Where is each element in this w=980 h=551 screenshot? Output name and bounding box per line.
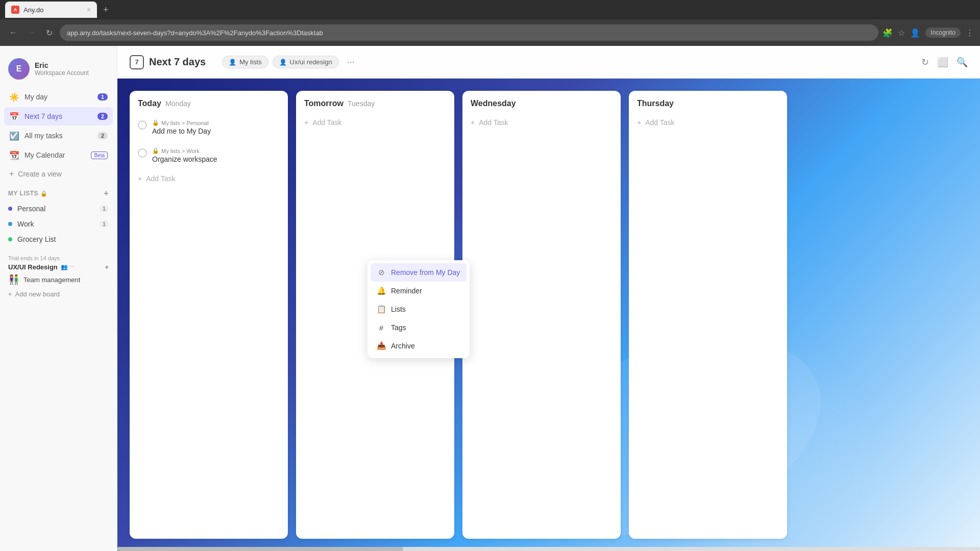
context-menu-reminder[interactable]: 🔔 Reminder (371, 282, 467, 300)
task-item-personal: 🔒 My lists > Personal Add me to My Day (138, 116, 280, 138)
workspace-title[interactable]: UX/UI Redesign 👥 ⋯ + (8, 263, 109, 271)
sidebar: E Eric Workspace Account ☀️ My day 1 📅 N… (0, 46, 117, 551)
workspace-icons: 👥 ⋯ (61, 264, 75, 270)
browser-icons: 🧩 ☆ 👤 Incognito ⋮ (883, 28, 974, 38)
browser-tabs: A Any.do × + (0, 0, 980, 19)
personal-dot (8, 207, 12, 211)
thursday-add-label: Add Task (645, 118, 674, 127)
context-menu-remove-from-my-day[interactable]: ⊘ Remove from My Day (371, 263, 467, 282)
wednesday-name: Wednesday (471, 99, 516, 108)
refresh-icon[interactable]: ↻ (921, 57, 929, 68)
today-add-task-button[interactable]: + Add Task (138, 172, 280, 185)
wednesday-add-icon: + (471, 118, 475, 127)
wednesday-header: Wednesday (471, 99, 612, 108)
workspace-title-text: UX/UI Redesign (8, 263, 58, 271)
context-menu-lists[interactable]: 📋 Lists (371, 300, 467, 318)
thursday-name: Thursday (637, 99, 674, 108)
my-day-icon: ☀️ (9, 92, 19, 102)
new-tab-button[interactable]: + (99, 3, 113, 17)
wednesday-add-task-button[interactable]: + Add Task (471, 116, 612, 129)
filter-ux-label: Ux/ui redesign (290, 58, 332, 66)
list-item-work[interactable]: Work 1 (0, 216, 117, 232)
search-icon[interactable]: 🔍 (957, 57, 968, 68)
content-background: Today Monday 🔒 My lists > Personal Add m… (117, 79, 980, 551)
archive-icon: 📥 (377, 341, 386, 350)
tab-close-button[interactable]: × (87, 6, 91, 14)
horizontal-scrollbar[interactable] (117, 547, 980, 551)
create-view-button[interactable]: + Create a view (4, 165, 113, 183)
tomorrow-add-task-button[interactable]: + Add Task (304, 116, 446, 129)
archive-label: Archive (391, 342, 415, 350)
all-tasks-icon: ☑️ (9, 131, 19, 141)
sidebar-item-my-day[interactable]: ☀️ My day 1 (4, 88, 113, 106)
create-view-icon: + (9, 169, 14, 179)
my-day-badge: 1 (97, 93, 108, 101)
scrollbar-thumb[interactable] (117, 547, 403, 551)
lists-icon: 📋 (377, 305, 386, 314)
next-7-days-badge: 2 (97, 113, 108, 120)
add-board-label: Add new board (15, 290, 60, 298)
user-subtitle: Workspace Account (35, 69, 89, 77)
thursday-add-icon: + (637, 118, 641, 127)
forward-button[interactable]: → (24, 26, 39, 39)
filter-my-lists-label: My lists (239, 58, 261, 66)
columns-container: Today Monday 🔒 My lists > Personal Add m… (117, 79, 980, 551)
extensions-icon[interactable]: 🧩 (883, 28, 893, 38)
task-list-label-1: 🔒 My lists > Personal (152, 119, 280, 126)
task-checkbox-1[interactable] (138, 120, 147, 130)
more-filters-button[interactable]: ··· (343, 55, 359, 69)
task-checkbox-2[interactable] (138, 148, 147, 158)
team-icon: 👫 (8, 274, 19, 285)
add-board-icon: + (8, 290, 12, 298)
title-icon: 7 (130, 55, 144, 69)
reload-button[interactable]: ↻ (43, 26, 56, 40)
tomorrow-header: Tomorrow Tuesday (304, 99, 446, 108)
list-path-2: My lists > Work (161, 148, 200, 154)
team-management-item[interactable]: 👫 Team management (8, 271, 109, 288)
address-bar[interactable]: app.any.do/tasks/next-seven-days?d=anydo… (60, 24, 878, 41)
header-filters: 👤 My lists 👤 Ux/ui redesign ··· (222, 55, 358, 69)
profile-icon[interactable]: 👤 (910, 28, 920, 38)
trial-label: Trial ends in 14 days (8, 255, 109, 261)
workspace-section: Trial ends in 14 days UX/UI Redesign 👥 ⋯… (0, 255, 117, 300)
back-button[interactable]: ← (6, 26, 20, 39)
filter-list-icon: 👤 (229, 59, 236, 66)
task-title-1: Add me to My Day (152, 127, 280, 135)
bookmark-icon[interactable]: ☆ (898, 28, 905, 38)
grocery-dot (8, 237, 12, 241)
today-name: Today (138, 99, 161, 108)
thursday-add-task-button[interactable]: + Add Task (637, 116, 779, 129)
my-lists-label: My lists (8, 190, 38, 197)
filter-ux-ui[interactable]: 👤 Ux/ui redesign (273, 56, 339, 68)
context-menu-tags[interactable]: # Tags (371, 318, 467, 337)
active-tab[interactable]: A Any.do × (5, 2, 97, 18)
user-profile[interactable]: E Eric Workspace Account (0, 54, 117, 88)
thursday-header: Thursday (637, 99, 779, 108)
user-name: Eric (35, 61, 89, 69)
calendar-label: My Calendar (24, 151, 86, 159)
sidebar-item-calendar[interactable]: 📆 My Calendar Beta (4, 146, 113, 164)
tomorrow-add-icon: + (304, 118, 308, 127)
layout-icon[interactable]: ⬜ (937, 57, 948, 68)
title-text: Next 7 days (149, 56, 206, 68)
beta-badge: Beta (91, 152, 108, 159)
sidebar-item-next-7-days[interactable]: 📅 Next 7 days 2 (4, 107, 113, 126)
task-list-label-2: 🔒 My lists > Work (152, 147, 280, 154)
tomorrow-name: Tomorrow (304, 99, 344, 108)
menu-icon[interactable]: ⋮ (966, 28, 974, 38)
task-item-work: 🔒 My lists > Work Organize workspace (138, 144, 280, 166)
wednesday-add-label: Add Task (479, 118, 508, 127)
context-menu-archive[interactable]: 📥 Archive (371, 337, 467, 355)
context-menu: ⊘ Remove from My Day 🔔 Reminder 📋 Lists … (368, 260, 470, 358)
task-content-2: 🔒 My lists > Work Organize workspace (152, 147, 280, 163)
add-workspace-button[interactable]: + (105, 263, 109, 271)
add-board-button[interactable]: + Add new board (8, 288, 109, 300)
filter-my-lists[interactable]: 👤 My lists (222, 56, 268, 68)
list-item-personal[interactable]: Personal 1 (0, 201, 117, 216)
add-list-button[interactable]: + (104, 189, 109, 198)
my-lists-section-header: My lists 🔒 + (0, 183, 117, 201)
list-item-grocery[interactable]: Grocery List (0, 232, 117, 247)
today-weekday: Monday (165, 99, 191, 108)
sidebar-item-all-tasks[interactable]: ☑️ All my tasks 2 (4, 127, 113, 145)
grocery-label: Grocery List (17, 235, 56, 243)
